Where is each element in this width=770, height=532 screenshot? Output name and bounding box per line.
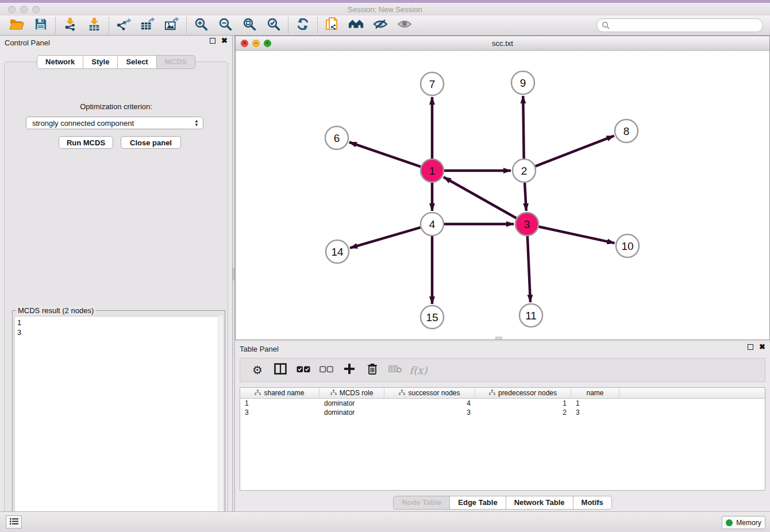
edge-3-10[interactable] (539, 227, 615, 244)
hide-graphics-details-button[interactable] (368, 17, 392, 34)
result-scrollbar[interactable] (218, 316, 223, 525)
graph-node-1[interactable]: 1 (421, 159, 444, 182)
edge-2-3[interactable] (525, 183, 526, 211)
table-tab-node-table[interactable]: Node Table (393, 496, 450, 510)
tab-network[interactable]: Network (37, 55, 83, 69)
table-row[interactable]: 3dominator323 (240, 408, 765, 417)
network-graph[interactable]: 1234678910111415 (236, 51, 769, 340)
task-history-button[interactable] (6, 515, 22, 529)
mcds-result-text[interactable]: 1 3 (14, 316, 223, 525)
table-cell[interactable]: 3 (571, 408, 619, 417)
delete-column-button[interactable] (362, 360, 383, 380)
birds-eye-view-button[interactable] (392, 17, 417, 34)
column-header-successor-nodes[interactable]: successor nodes (384, 388, 475, 398)
edge-2-9[interactable] (523, 96, 523, 159)
graph-node-9[interactable]: 9 (511, 71, 534, 94)
control-panel-tabs: NetworkStyleSelectMCDS (0, 55, 232, 69)
eye-icon (397, 19, 412, 32)
column-header-mcds-role[interactable]: MCDS role (319, 388, 384, 398)
edge-3-11[interactable] (528, 236, 530, 302)
table-cell[interactable]: dominator (319, 399, 384, 408)
table-cell[interactable]: 1 (240, 399, 319, 408)
graph-node-3[interactable]: 3 (515, 213, 538, 236)
table-cell[interactable]: 3 (240, 408, 319, 417)
create-column-button[interactable] (339, 360, 360, 380)
function-builder-button[interactable]: f(x) (408, 360, 429, 380)
table-tab-edge-table[interactable]: Edge Table (450, 496, 506, 510)
new-network-from-selection-button[interactable] (320, 17, 344, 34)
table-cell[interactable]: 4 (384, 399, 475, 408)
node-table: shared nameMCDS rolesuccessor nodesprede… (240, 387, 765, 491)
float-panel-icon[interactable] (210, 38, 215, 44)
splitter-grip[interactable] (233, 268, 234, 280)
network-canvas[interactable]: 1234678910111415 (236, 51, 769, 340)
table-cell[interactable]: 3 (384, 408, 475, 417)
table-cell[interactable]: 2 (475, 408, 571, 417)
save-session-button[interactable] (29, 17, 53, 34)
zoom-in-icon (194, 17, 208, 33)
unselect-all-columns-button[interactable] (316, 360, 337, 380)
edge-4-14[interactable] (350, 228, 421, 248)
table-header-row: shared nameMCDS rolesuccessor nodesprede… (240, 388, 765, 399)
tab-style[interactable]: Style (83, 55, 118, 69)
graph-node-6[interactable]: 6 (325, 126, 348, 149)
select-all-columns-button[interactable] (293, 360, 314, 380)
close-panel-button[interactable]: Close panel (121, 136, 181, 149)
open-file-button[interactable] (5, 17, 29, 34)
mcds-panel: Optimization criterion: strongly connect… (4, 61, 228, 532)
graph-node-7[interactable]: 7 (421, 72, 444, 95)
memory-button[interactable]: Memory (722, 516, 765, 529)
column-header-name[interactable]: name (571, 388, 619, 398)
run-mcds-button[interactable]: Run MCDS (59, 136, 113, 149)
apply-layout-button[interactable] (291, 17, 315, 34)
search-input[interactable] (596, 18, 763, 32)
mcds-result-title: MCDS result (2 nodes) (16, 306, 95, 315)
edge-3-1[interactable] (444, 177, 517, 218)
column-header-predecessor-nodes[interactable]: predecessor nodes (475, 388, 571, 398)
graph-node-2[interactable]: 2 (513, 159, 536, 182)
network-overview-button[interactable] (344, 17, 368, 34)
graph-node-10[interactable]: 10 (616, 234, 639, 257)
zoom-in-button[interactable] (189, 17, 213, 34)
column-header-shared-name[interactable]: shared name (240, 388, 319, 398)
close-table-panel-icon[interactable]: ✖ (759, 344, 765, 350)
mcds-result-group: MCDS result (2 nodes) 1 3 (12, 310, 225, 527)
export-image-button[interactable] (160, 17, 184, 34)
table-cell[interactable]: 1 (475, 399, 571, 408)
table-row[interactable]: 1dominator411 (240, 399, 765, 408)
zoom-fit-button[interactable] (237, 17, 261, 34)
table-options-button[interactable]: ⚙ (247, 360, 268, 380)
graph-node-15[interactable]: 15 (421, 306, 444, 329)
tab-mcds[interactable]: MCDS (157, 55, 195, 69)
table-cell[interactable]: dominator (319, 408, 384, 417)
criterion-value: strongly connected component (32, 119, 134, 128)
edge-1-6[interactable] (349, 142, 421, 167)
float-table-panel-icon[interactable] (748, 344, 753, 350)
close-panel-icon[interactable]: ✖ (221, 38, 228, 44)
graph-node-4[interactable]: 4 (421, 213, 444, 236)
table-cell[interactable]: 1 (571, 399, 619, 408)
edge-2-8[interactable] (536, 136, 614, 166)
graph-node-11[interactable]: 11 (519, 304, 542, 327)
tab-select[interactable]: Select (118, 55, 156, 69)
delete-table-button[interactable] (385, 360, 406, 380)
zoom-out-button[interactable] (213, 17, 237, 34)
network-window-titlebar[interactable]: ✕ − + scc.txt (236, 36, 769, 51)
import-table-button[interactable] (82, 17, 106, 34)
main-toolbar (0, 16, 770, 36)
export-network-button[interactable] (111, 17, 136, 34)
tree-column-icon (255, 389, 261, 397)
graph-node-8[interactable]: 8 (615, 119, 638, 142)
window-titlebar: Session: New Session (0, 3, 770, 16)
table-tab-network-table[interactable]: Network Table (506, 496, 573, 510)
toolbar-separator (109, 17, 109, 33)
canvas-resize-handle[interactable] (495, 337, 502, 340)
show-columns-button[interactable] (270, 360, 291, 380)
criterion-dropdown[interactable]: strongly connected component ▲▼ (26, 117, 203, 129)
zoom-selected-button[interactable] (261, 17, 286, 34)
graph-node-14[interactable]: 14 (326, 240, 349, 263)
import-network-button[interactable] (58, 17, 82, 34)
svg-text:9: 9 (520, 77, 526, 89)
export-table-button[interactable] (136, 17, 160, 34)
table-tab-motifs[interactable]: Motifs (573, 496, 612, 510)
